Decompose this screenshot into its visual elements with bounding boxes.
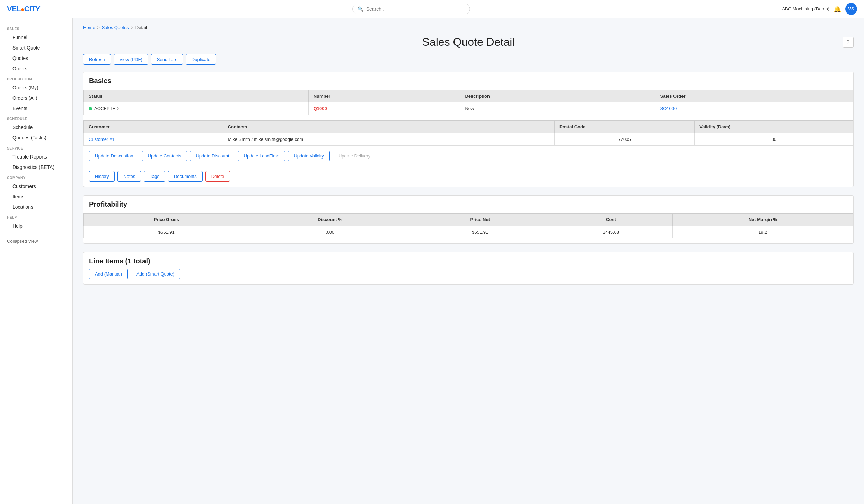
cell-cost: $445.68	[549, 226, 673, 238]
col-validity: Validity (Days)	[695, 121, 853, 133]
bell-icon[interactable]: 🔔	[834, 5, 841, 13]
basics-table-2: Customer Contacts Postal Code Validity (…	[83, 120, 853, 146]
sidebar-item-trouble-reports[interactable]: Trouble Reports	[0, 152, 72, 162]
delete-button[interactable]: Delete	[205, 171, 230, 182]
action-row-2: History Notes Tags Documents Delete	[83, 166, 853, 187]
chevron-icon-2: >	[131, 25, 133, 30]
layout: SALES Funnel Smart Quote Quotes Orders P…	[0, 18, 864, 504]
add-row: Add (Manual) Add (Smart Quote)	[83, 269, 853, 284]
help-button[interactable]: ?	[843, 37, 854, 48]
sidebar-section-help: HELP	[0, 212, 72, 221]
chevron-icon-1: >	[97, 25, 100, 30]
sales-order-link[interactable]: SO1000	[660, 106, 677, 111]
table-row: Customer #1 Mike Smith / mike.smith@goog…	[84, 133, 853, 146]
view-pdf-button[interactable]: View (PDF)	[114, 54, 148, 65]
col-number: Number	[308, 90, 460, 102]
sidebar-item-orders-my[interactable]: Orders (My)	[0, 82, 72, 93]
basics-table-1: Status Number Description Sales Order AC…	[83, 90, 853, 115]
sidebar-section-company: COMPANY	[0, 172, 72, 181]
cell-sales-order: SO1000	[655, 102, 853, 115]
page-header: Sales Quote Detail ?	[83, 36, 854, 48]
col-price-gross: Price Gross	[84, 214, 249, 226]
cell-discount: 0.00	[249, 226, 411, 238]
sidebar: SALES Funnel Smart Quote Quotes Orders P…	[0, 18, 73, 504]
sidebar-item-items[interactable]: Items	[0, 191, 72, 202]
sidebar-item-quotes[interactable]: Quotes	[0, 53, 72, 63]
cell-net-margin: 19.2	[672, 226, 853, 238]
sidebar-item-orders-all[interactable]: Orders (All)	[0, 93, 72, 103]
cell-status: ACCEPTED	[84, 102, 309, 115]
col-status: Status	[84, 90, 309, 102]
update-delivery-button: Update Delivery	[333, 151, 377, 161]
status-label: ACCEPTED	[94, 106, 119, 111]
toolbar: Refresh View (PDF) Send To ▸ Duplicate	[83, 54, 854, 65]
refresh-button[interactable]: Refresh	[83, 54, 111, 65]
profitability-section: Profitability Price Gross Discount % Pri…	[83, 195, 854, 244]
avatar[interactable]: VS	[845, 3, 857, 15]
action-row-1: Update Description Update Contacts Updat…	[83, 146, 853, 166]
col-contacts: Contacts	[223, 121, 555, 133]
search-input[interactable]	[366, 6, 465, 12]
tags-button[interactable]: Tags	[144, 171, 165, 182]
update-leadtime-button[interactable]: Update LeadTime	[238, 151, 285, 161]
logo-text: VEL●CITY	[7, 4, 40, 14]
sidebar-item-funnel[interactable]: Funnel	[0, 32, 72, 43]
col-net-margin: Net Margin %	[672, 214, 853, 226]
basics-section: Basics Status Number Description Sales O…	[83, 72, 854, 187]
profitability-table: Price Gross Discount % Price Net Cost Ne…	[83, 213, 853, 238]
sidebar-item-orders-sales[interactable]: Orders	[0, 63, 72, 74]
line-items-title: Line Items (1 total)	[89, 257, 150, 265]
table-row: $551.91 0.00 $551.91 $445.68 19.2	[84, 226, 853, 238]
send-to-button[interactable]: Send To ▸	[151, 54, 183, 65]
notes-button[interactable]: Notes	[117, 171, 141, 182]
cell-validity: 30	[695, 133, 853, 146]
sidebar-section-production: PRODUCTION	[0, 74, 72, 82]
col-postal-code: Postal Code	[555, 121, 695, 133]
update-contacts-button[interactable]: Update Contacts	[142, 151, 187, 161]
profitability-title: Profitability	[83, 196, 853, 213]
sidebar-item-schedule[interactable]: Schedule	[0, 122, 72, 133]
status-dot	[89, 107, 92, 110]
cell-postal-code: 77005	[555, 133, 695, 146]
table-row: ACCEPTED Q1000 New SO1000	[84, 102, 853, 115]
search-bar[interactable]: 🔍	[352, 4, 470, 14]
quote-number[interactable]: Q1000	[314, 106, 327, 111]
update-validity-button[interactable]: Update Validity	[288, 151, 329, 161]
col-price-net: Price Net	[411, 214, 549, 226]
sidebar-item-events[interactable]: Events	[0, 103, 72, 114]
col-customer: Customer	[84, 121, 223, 133]
col-description: Description	[460, 90, 655, 102]
cell-price-net: $551.91	[411, 226, 549, 238]
search-icon: 🔍	[358, 6, 363, 12]
sidebar-item-help[interactable]: Help	[0, 221, 72, 231]
col-sales-order: Sales Order	[655, 90, 853, 102]
logo[interactable]: VEL●CITY	[7, 4, 40, 14]
sidebar-item-smart-quote[interactable]: Smart Quote	[0, 43, 72, 53]
collapsed-view-toggle[interactable]: Collapsed View	[0, 235, 72, 247]
sidebar-item-diagnostics[interactable]: Diagnostics (BETA)	[0, 162, 72, 172]
duplicate-button[interactable]: Duplicate	[186, 54, 216, 65]
add-manual-button[interactable]: Add (Manual)	[89, 269, 128, 279]
breadcrumb-sales-quotes[interactable]: Sales Quotes	[102, 25, 129, 30]
breadcrumb-home[interactable]: Home	[83, 25, 95, 30]
breadcrumb-current: Detail	[135, 25, 147, 30]
history-button[interactable]: History	[89, 171, 115, 182]
col-discount: Discount %	[249, 214, 411, 226]
cell-number: Q1000	[308, 102, 460, 115]
sidebar-item-queues[interactable]: Queues (Tasks)	[0, 133, 72, 143]
company-name: ABC Machining (Demo)	[782, 6, 829, 11]
sidebar-item-locations[interactable]: Locations	[0, 202, 72, 212]
customer-link[interactable]: Customer #1	[89, 137, 114, 142]
line-items-header: Line Items (1 total)	[83, 252, 853, 269]
sidebar-section-service: SERVICE	[0, 143, 72, 152]
cell-description: New	[460, 102, 655, 115]
update-description-button[interactable]: Update Description	[89, 151, 139, 161]
cell-customer: Customer #1	[84, 133, 223, 146]
sidebar-section-schedule: SCHEDULE	[0, 114, 72, 122]
documents-button[interactable]: Documents	[168, 171, 203, 182]
update-discount-button[interactable]: Update Discount	[190, 151, 235, 161]
sidebar-section-sales: SALES	[0, 24, 72, 32]
breadcrumb: Home > Sales Quotes > Detail	[83, 25, 854, 30]
add-smart-quote-button[interactable]: Add (Smart Quote)	[131, 269, 180, 279]
sidebar-item-customers[interactable]: Customers	[0, 181, 72, 191]
